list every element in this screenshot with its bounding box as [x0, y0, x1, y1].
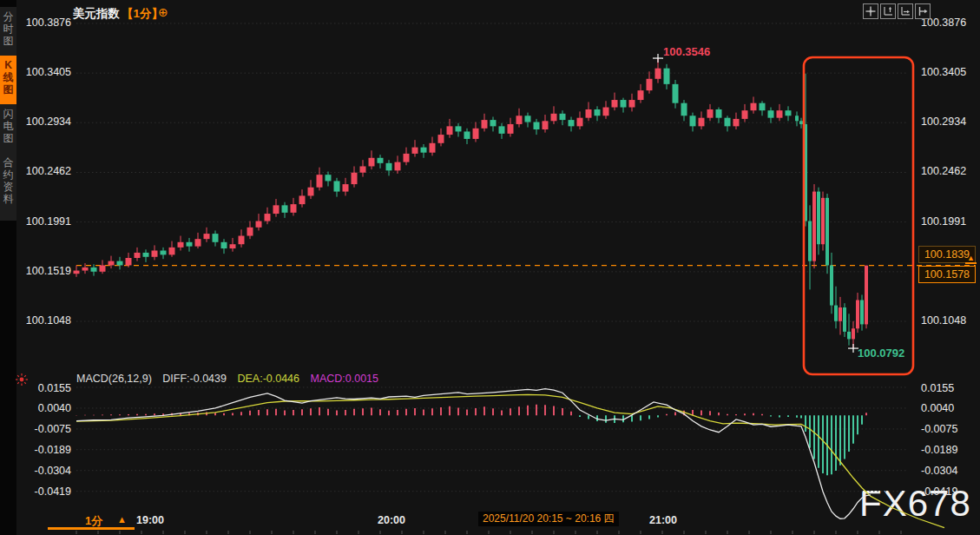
macd-dea-value: DEA:-0.0446: [237, 373, 299, 385]
macd-axis-label: 0.0040: [16, 402, 71, 414]
macd-macd-value: MACD:0.0015: [311, 373, 379, 385]
y-axis-label: 100.2934: [16, 116, 71, 128]
macd-axis-label: -0.0419: [16, 485, 71, 498]
time-axis-label: 21:00: [649, 514, 677, 526]
hovered-time-range: 2025/11/20 20:15 ~ 20:16 四: [478, 512, 619, 526]
macd-axis-label: 0.0155: [921, 382, 978, 394]
y-axis-label: 100.2462: [921, 165, 978, 177]
fit-y-axis-icon[interactable]: [880, 3, 896, 19]
time-axis-label: 19:00: [136, 514, 164, 526]
period-underline: [48, 527, 135, 530]
y-axis-label: 100.1048: [16, 314, 71, 327]
symbol-title: 美元指数【1分】: [73, 6, 163, 22]
go-latest-icon[interactable]: [915, 3, 931, 19]
y-axis-label: 100.3405: [16, 66, 71, 78]
trading-terminal: { "header": {"title": "美元指数", "period_ta…: [0, 0, 980, 535]
up-arrow-icon: ▲: [967, 254, 975, 262]
fit-x-axis-icon[interactable]: [898, 3, 913, 19]
macd-axis-label: 0.0040: [921, 402, 978, 414]
y-axis-label: 100.2934: [921, 116, 978, 128]
period-tag: 【1分】: [122, 7, 163, 20]
tab-kline-chart[interactable]: K线图: [0, 56, 16, 108]
chart-toolbar: [863, 3, 931, 19]
price-direction-marker: ▲: [965, 254, 977, 264]
y-axis-label: 100.3876: [16, 17, 71, 29]
session-low-label: 100.0792: [858, 347, 904, 360]
tab-lightning-chart[interactable]: 闪电图: [0, 104, 16, 156]
y-axis-label: 100.1048: [921, 314, 978, 327]
chart-type-rail: 分时图 K线图 闪电图 合约资料: [0, 0, 16, 535]
session-high-label: 100.3546: [663, 45, 710, 58]
pan-icon[interactable]: [863, 3, 878, 19]
macd-axis-label: -0.0075: [16, 423, 71, 435]
macd-axis-label: -0.0189: [16, 444, 71, 456]
y-axis-label: 100.1519: [16, 265, 71, 277]
tab-contract-info[interactable]: 合约资料: [0, 153, 16, 221]
period-expand-icon[interactable]: ▲: [117, 514, 127, 525]
macd-axis-label: -0.0075: [921, 423, 978, 435]
macd-axis-label: -0.0304: [921, 465, 978, 477]
macd-params: MACD(26,12,9): [76, 373, 152, 385]
y-axis-label: 100.1991: [16, 215, 71, 228]
macd-axis-label: -0.0304: [16, 465, 71, 477]
link-circle-plus-icon[interactable]: ⊕: [158, 5, 168, 19]
macd-axis-label: -0.0189: [921, 444, 978, 456]
last-price-box: 100.1578: [918, 266, 976, 283]
y-axis-label: 100.1991: [921, 215, 978, 228]
macd-axis-label: -0.0419: [921, 485, 978, 498]
macd-indicator-header: MACD(26,12,9) DIFF:-0.0439 DEA:-0.0446 M…: [76, 373, 378, 385]
y-axis-label: 100.2462: [16, 165, 71, 177]
tab-intraday-chart[interactable]: 分时图: [0, 7, 16, 59]
time-axis-label: 20:00: [378, 514, 405, 526]
alert-starburst-icon[interactable]: [15, 373, 29, 390]
y-axis-label: 100.3405: [921, 66, 978, 78]
price-chart-canvas[interactable]: [0, 0, 980, 535]
macd-diff-value: DIFF:-0.0439: [162, 373, 227, 385]
